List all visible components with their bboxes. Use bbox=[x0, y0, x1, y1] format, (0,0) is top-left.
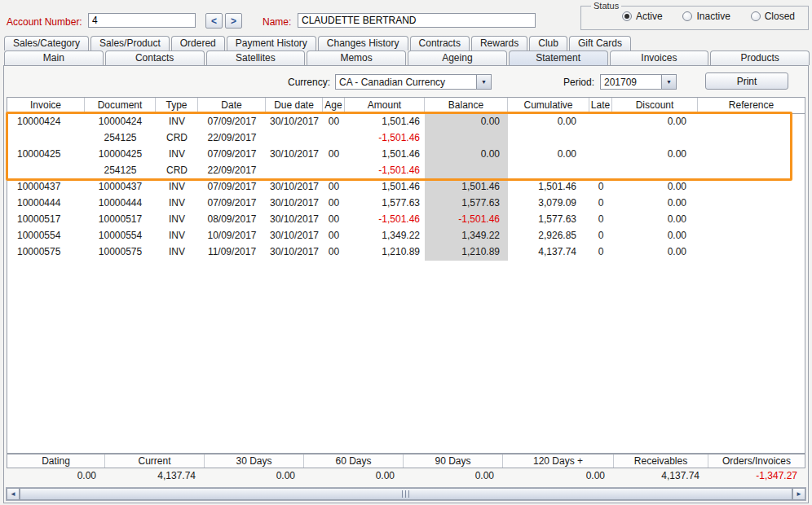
cell: 07/09/2017 bbox=[198, 179, 266, 195]
column-header-due-date[interactable]: Due date bbox=[266, 98, 323, 113]
table-row[interactable]: 254125CRD22/09/2017-1,501.46 bbox=[7, 163, 805, 179]
tab-invoices[interactable]: Invoices bbox=[610, 50, 709, 65]
tab-statement[interactable]: Statement bbox=[509, 50, 608, 65]
next-account-button[interactable]: > bbox=[225, 13, 242, 29]
cell bbox=[698, 147, 805, 163]
tab-club[interactable]: Club bbox=[529, 36, 567, 50]
cell: 10000425 bbox=[7, 147, 85, 163]
name-input[interactable] bbox=[298, 13, 536, 28]
cell bbox=[698, 130, 805, 147]
column-header-late[interactable]: Late bbox=[589, 98, 612, 113]
tab-contacts[interactable]: Contacts bbox=[105, 50, 205, 65]
table-row[interactable]: 1000051710000517INV08/09/201730/10/20170… bbox=[7, 212, 805, 228]
table-row[interactable]: 1000055410000554INV10/09/201730/10/20170… bbox=[7, 228, 805, 244]
tab-contracts[interactable]: Contracts bbox=[410, 36, 470, 50]
column-header-discount[interactable]: Discount bbox=[612, 98, 698, 113]
cell: INV bbox=[156, 244, 198, 261]
tab-changes-history[interactable]: Changes History bbox=[318, 36, 408, 50]
tab-ageing[interactable]: Ageing bbox=[408, 50, 507, 65]
tab-gift-cards[interactable]: Gift Cards bbox=[569, 36, 631, 50]
table-row[interactable]: 1000044410000444INV07/09/201730/10/20170… bbox=[7, 195, 805, 212]
cell: 2,926.85 bbox=[508, 228, 589, 244]
cell bbox=[323, 163, 345, 179]
summary-value: 4,137.74 bbox=[104, 468, 204, 485]
scrollbar-thumb[interactable] bbox=[20, 488, 792, 500]
cell: -1,501.46 bbox=[345, 212, 425, 228]
cell: 1,577.63 bbox=[345, 195, 425, 212]
summary-column-dating: Dating bbox=[7, 455, 105, 468]
tab-payment-history[interactable]: Payment History bbox=[227, 36, 316, 50]
table-row[interactable]: 1000042510000425INV07/09/201730/10/20170… bbox=[7, 147, 805, 163]
table-row[interactable]: 1000042410000424INV07/09/201730/10/20170… bbox=[7, 114, 805, 130]
tab-satellites[interactable]: Satellites bbox=[206, 50, 306, 65]
scroll-right-button[interactable]: ► bbox=[792, 488, 805, 500]
cell: 10000575 bbox=[85, 244, 156, 261]
tab-products[interactable]: Products bbox=[710, 50, 810, 65]
column-header-type[interactable]: Type bbox=[156, 98, 198, 113]
cell: 30/10/2017 bbox=[266, 228, 323, 244]
status-radio-label: Active bbox=[636, 11, 663, 22]
status-radio-inactive[interactable]: Inactive bbox=[682, 11, 730, 22]
table-row[interactable]: 254125CRD22/09/2017-1,501.46 bbox=[7, 130, 805, 147]
period-dropdown[interactable]: 201709 ▼ bbox=[600, 74, 677, 90]
cell: 0 bbox=[589, 195, 612, 212]
table-row[interactable]: 1000057510000575INV11/09/201730/10/20170… bbox=[7, 244, 805, 261]
status-radio-label: Closed bbox=[765, 11, 795, 22]
table-row[interactable]: 1000043710000437INV07/09/201730/10/20170… bbox=[7, 179, 805, 195]
cell: 0.00 bbox=[508, 147, 589, 163]
cell bbox=[508, 130, 589, 147]
cell: 0.00 bbox=[612, 114, 698, 130]
column-header-cumulative[interactable]: Cumulative bbox=[508, 98, 589, 113]
column-header-invoice[interactable]: Invoice bbox=[7, 98, 85, 113]
cell bbox=[698, 212, 805, 228]
tab-rewards[interactable]: Rewards bbox=[471, 36, 527, 50]
cell: INV bbox=[156, 114, 198, 130]
cell: 00 bbox=[323, 228, 345, 244]
radio-button-icon bbox=[751, 11, 761, 21]
tab-main[interactable]: Main bbox=[4, 50, 104, 65]
tab-sales-product[interactable]: Sales/Product bbox=[90, 36, 170, 50]
currency-dropdown[interactable]: CA - Canadian Currency ▼ bbox=[335, 74, 492, 90]
tab-ordered[interactable]: Ordered bbox=[171, 36, 225, 50]
summary-column-120-days: 120 Days + bbox=[503, 455, 614, 468]
dropdown-arrow-icon[interactable]: ▼ bbox=[661, 75, 676, 89]
cell: 00 bbox=[323, 179, 345, 195]
column-header-age[interactable]: Age bbox=[323, 98, 345, 113]
cell: 00 bbox=[323, 114, 345, 130]
cell: 10000424 bbox=[7, 114, 85, 130]
tab-sales-category[interactable]: Sales/Category bbox=[4, 36, 89, 50]
cell bbox=[612, 130, 698, 147]
cell: CRD bbox=[156, 130, 198, 147]
print-button[interactable]: Print bbox=[705, 72, 788, 90]
scroll-left-button[interactable]: ◄ bbox=[7, 488, 20, 500]
column-header-amount[interactable]: Amount bbox=[345, 98, 425, 113]
scrollbar-track[interactable] bbox=[20, 488, 792, 500]
previous-account-button[interactable]: < bbox=[205, 13, 223, 29]
column-header-reference[interactable]: Reference bbox=[698, 98, 805, 113]
cell: 0.00 bbox=[425, 147, 508, 163]
horizontal-scrollbar[interactable]: ◄ ► bbox=[6, 487, 806, 501]
summary-column-orders-invoices: Orders/Invoices bbox=[708, 455, 805, 468]
column-header-document[interactable]: Document bbox=[85, 98, 156, 113]
cell: 10000424 bbox=[85, 114, 156, 130]
ageing-summary: DatingCurrent30 Days60 Days90 Days120 Da… bbox=[7, 454, 805, 485]
statement-header-row: InvoiceDocumentTypeDateDue dateAgeAmount… bbox=[7, 98, 805, 114]
cell: 00 bbox=[323, 244, 345, 261]
cell bbox=[266, 130, 323, 147]
account-number-input[interactable] bbox=[88, 13, 196, 28]
tab-row-2: MainContactsSatellitesMemosAgeingStateme… bbox=[4, 50, 810, 65]
tab-memos[interactable]: Memos bbox=[307, 50, 406, 65]
cell bbox=[266, 163, 323, 179]
cell: 1,501.46 bbox=[508, 179, 589, 195]
currency-label: Currency: bbox=[288, 77, 330, 88]
column-header-date[interactable]: Date bbox=[198, 98, 266, 113]
cell: 08/09/2017 bbox=[198, 212, 266, 228]
column-header-balance[interactable]: Balance bbox=[425, 98, 508, 113]
cell: 0 bbox=[589, 212, 612, 228]
status-radio-closed[interactable]: Closed bbox=[751, 11, 795, 22]
cell: 3,079.09 bbox=[508, 195, 589, 212]
dropdown-arrow-icon[interactable]: ▼ bbox=[476, 75, 491, 89]
cell: 254125 bbox=[85, 130, 156, 147]
status-radio-active[interactable]: Active bbox=[622, 11, 663, 22]
cell: 10000425 bbox=[85, 147, 156, 163]
